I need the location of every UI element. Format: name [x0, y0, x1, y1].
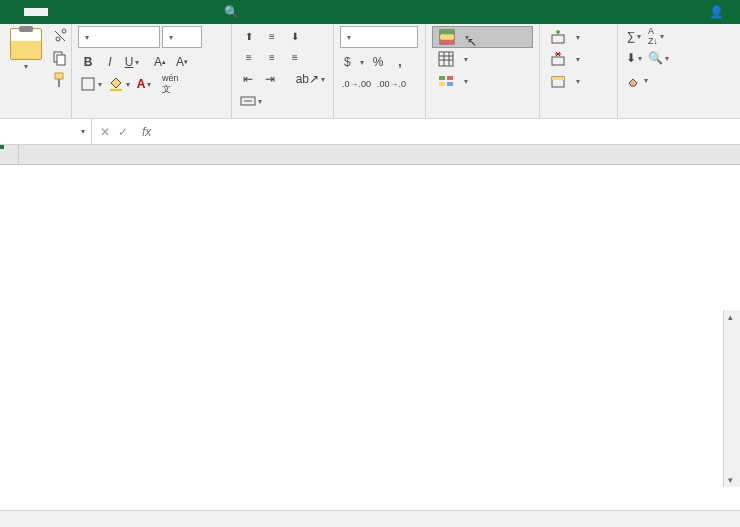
align-middle[interactable]: ≡	[261, 26, 283, 46]
align-bottom[interactable]: ⬇	[284, 26, 306, 46]
format-painter-button[interactable]	[50, 70, 70, 90]
orientation-button[interactable]: ab↗	[294, 69, 327, 89]
svg-text:$: $	[344, 55, 351, 69]
svg-rect-12	[439, 52, 453, 66]
tab-file[interactable]	[0, 8, 24, 16]
autosum-button[interactable]: ∑	[624, 26, 644, 46]
italic-button[interactable]: I	[100, 52, 120, 72]
tab-view[interactable]	[168, 8, 192, 16]
cut-button[interactable]	[50, 26, 70, 46]
comma-button[interactable]: ,	[390, 52, 410, 72]
cancel-formula[interactable]: ✕	[100, 125, 110, 139]
column-headers[interactable]	[19, 145, 740, 165]
svg-rect-17	[552, 35, 564, 43]
svg-rect-20	[552, 77, 564, 80]
underline-button[interactable]: U	[122, 52, 142, 72]
borders-button[interactable]	[78, 74, 104, 94]
align-center[interactable]: ≡	[261, 47, 283, 67]
svg-rect-11	[440, 40, 454, 44]
merge-button[interactable]	[238, 91, 264, 111]
menu-tabs: 🔍 👤	[0, 0, 740, 24]
enter-formula[interactable]: ✓	[118, 125, 128, 139]
ribbon: ▾ B I U A▴ A▾ A wén文	[0, 24, 740, 119]
tab-review[interactable]	[144, 8, 168, 16]
increase-indent[interactable]: ⇥	[260, 69, 280, 89]
tab-pivot[interactable]	[192, 8, 216, 16]
horizontal-scrollbar[interactable]	[0, 510, 740, 527]
tab-layout[interactable]	[72, 8, 96, 16]
cond-format-icon	[439, 29, 455, 45]
sort-filter-button[interactable]: AZ↓	[646, 26, 666, 46]
cursor-icon: ↖	[467, 35, 477, 49]
select-all-corner[interactable]	[0, 145, 19, 165]
paste-icon	[10, 28, 42, 60]
clear-button[interactable]	[624, 70, 650, 90]
share-icon: 👤	[709, 5, 724, 19]
svg-rect-5	[110, 89, 122, 91]
shrink-font-button[interactable]: A▾	[172, 52, 192, 72]
delete-icon	[550, 51, 566, 67]
fx-icon[interactable]: fx	[142, 125, 151, 139]
fill-color-button[interactable]	[106, 74, 132, 94]
spreadsheet-grid[interactable]	[0, 145, 740, 507]
font-color-button[interactable]: A	[134, 74, 154, 94]
find-button[interactable]: 🔍	[646, 48, 671, 68]
increase-decimal[interactable]: .0→.00	[340, 74, 373, 94]
svg-rect-1	[57, 55, 65, 65]
tab-formulas[interactable]	[96, 8, 120, 16]
formula-bar: ▾ ✕ ✓ fx	[0, 119, 740, 145]
paste-button[interactable]: ▾	[6, 26, 46, 90]
tab-insert[interactable]	[48, 8, 72, 16]
grow-font-button[interactable]: A▴	[150, 52, 170, 72]
decrease-indent[interactable]: ⇤	[238, 69, 258, 89]
conditional-format-button[interactable]: ↖	[432, 26, 533, 48]
table-icon	[438, 51, 454, 67]
svg-rect-3	[58, 79, 60, 87]
format-icon	[550, 73, 566, 89]
insert-icon	[550, 29, 566, 45]
svg-rect-16	[447, 82, 453, 86]
copy-button[interactable]	[50, 48, 70, 68]
svg-rect-10	[440, 35, 454, 39]
cell-styles-button[interactable]	[432, 70, 533, 92]
tell-me[interactable]: 🔍	[224, 5, 243, 19]
number-format-combo[interactable]	[340, 26, 418, 48]
share-button[interactable]: 👤	[709, 5, 728, 19]
font-name-combo[interactable]	[78, 26, 160, 48]
cell-styles-icon	[438, 73, 454, 89]
delete-cells-button[interactable]	[546, 48, 611, 70]
percent-button[interactable]: %	[368, 52, 388, 72]
table-format-button[interactable]	[432, 48, 533, 70]
vertical-scrollbar[interactable]	[723, 310, 740, 487]
search-icon: 🔍	[224, 5, 239, 19]
fill-button[interactable]: ⬇	[624, 48, 644, 68]
phonetic-button[interactable]: wén文	[160, 74, 181, 94]
svg-rect-9	[440, 30, 454, 34]
font-size-combo[interactable]	[162, 26, 202, 48]
align-right[interactable]: ≡	[284, 47, 306, 67]
svg-rect-2	[55, 73, 63, 79]
tab-data[interactable]	[120, 8, 144, 16]
svg-rect-15	[439, 82, 445, 86]
svg-rect-14	[447, 76, 453, 80]
accounting-button[interactable]: $	[340, 52, 366, 72]
insert-cells-button[interactable]	[546, 26, 611, 48]
tab-home[interactable]	[24, 8, 48, 16]
format-cells-button[interactable]	[546, 70, 611, 92]
decrease-decimal[interactable]: .00→.0	[375, 74, 408, 94]
svg-rect-13	[439, 76, 445, 80]
svg-rect-4	[82, 78, 94, 90]
align-top[interactable]: ⬆	[238, 26, 260, 46]
name-box[interactable]: ▾	[0, 119, 92, 144]
bold-button[interactable]: B	[78, 52, 98, 72]
svg-rect-18	[552, 57, 564, 65]
align-left[interactable]: ≡	[238, 47, 260, 67]
